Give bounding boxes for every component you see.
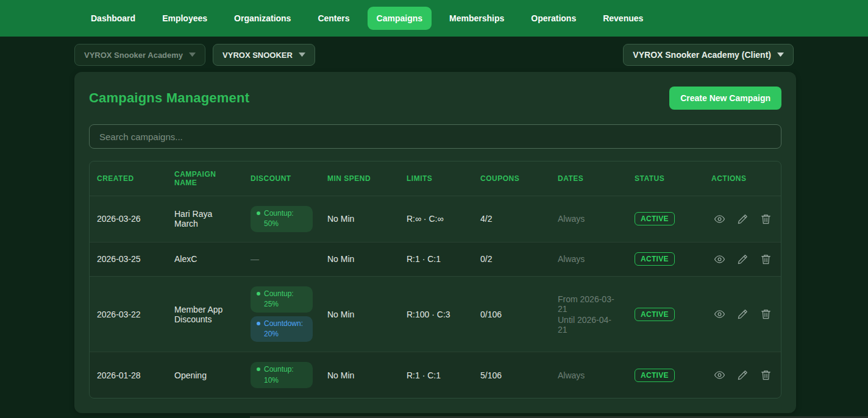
pencil-icon: [737, 308, 749, 320]
view-button[interactable]: [713, 212, 727, 226]
cell-status: ACTIVE: [627, 243, 704, 276]
cell-status: ACTIVE: [627, 277, 704, 352]
pencil-icon: [737, 213, 749, 225]
filter-left-group: VYROX Snooker Academy VYROX SNOOKER: [74, 44, 315, 66]
trash-icon: [760, 213, 772, 225]
cell-coupons: 0/2: [473, 243, 550, 276]
campaigns-card: Campaigns Management Create New Campaign…: [74, 72, 796, 413]
eye-icon: [714, 369, 725, 381]
column-header-dates: DATES: [550, 161, 627, 196]
cell-dates: Always: [550, 243, 627, 276]
top-navigation: DashboardEmployeesOrganizationsCentersCa…: [0, 0, 868, 37]
pencil-icon: [737, 369, 749, 381]
nav-item-organizations[interactable]: Organizations: [225, 7, 300, 30]
pencil-icon: [737, 253, 749, 265]
date-line: From 2026-03-21: [558, 294, 620, 314]
eye-icon: [714, 308, 725, 320]
discount-badge-countdown: Countdown: 20%: [251, 316, 313, 342]
trash-icon: [760, 253, 772, 265]
column-header-min-spend: MIN SPEND: [320, 161, 399, 196]
cell-campaign-name: Hari Raya March: [167, 196, 243, 242]
cell-dates: Always: [550, 196, 627, 242]
chevron-down-icon: [777, 52, 784, 57]
cell-discount: Countup: 50%: [243, 196, 320, 242]
nav-item-dashboard[interactable]: Dashboard: [82, 7, 144, 30]
campaigns-table: CREATEDCAMPAIGN NAMEDISCOUNTMIN SPENDLIM…: [89, 161, 781, 399]
status-badge: ACTIVE: [635, 252, 675, 266]
delete-button[interactable]: [759, 307, 773, 321]
chevron-down-icon: [189, 52, 196, 57]
discount-badge-countup: Countup: 50%: [251, 206, 313, 232]
cell-coupons: 5/106: [473, 352, 550, 398]
nav-item-revenues[interactable]: Revenues: [594, 7, 652, 30]
cell-coupons: 0/106: [473, 277, 550, 352]
cell-discount: Countup: 25%Countdown: 20%: [243, 277, 320, 352]
cell-dates: From 2026-03-21Until 2026-04-21: [550, 277, 627, 352]
edit-button[interactable]: [736, 368, 750, 382]
nav-item-campaigns[interactable]: Campaigns: [368, 7, 432, 30]
edit-button[interactable]: [736, 212, 750, 226]
cell-limits: R:100 · C:3: [399, 277, 473, 352]
dot-icon: [257, 292, 260, 296]
edit-button[interactable]: [736, 252, 750, 266]
view-button[interactable]: [713, 307, 727, 321]
table-header-row: CREATEDCAMPAIGN NAMEDISCOUNTMIN SPENDLIM…: [90, 161, 781, 196]
cell-min-spend: No Min: [320, 243, 399, 276]
page-title: Campaigns Management: [89, 90, 249, 106]
cell-campaign-name: Opening: [167, 352, 243, 398]
date-line: Always: [558, 254, 585, 264]
nav-item-employees[interactable]: Employees: [153, 7, 216, 30]
nav-item-memberships[interactable]: Memberships: [440, 7, 513, 30]
column-header-created: CREATED: [90, 161, 167, 196]
cell-status: ACTIVE: [627, 352, 704, 398]
cell-min-spend: No Min: [320, 277, 399, 352]
create-campaign-button[interactable]: Create New Campaign: [669, 87, 781, 110]
table-row: 2026-03-25 AlexC — No Min R:1 · C:1 0/2 …: [90, 242, 781, 276]
cell-actions: [704, 277, 781, 352]
organization-select[interactable]: VYROX Snooker Academy: [74, 44, 205, 66]
table-row: 2026-01-28 Opening Countup: 10% No Min R…: [90, 352, 781, 398]
column-header-coupons: COUPONS: [473, 161, 550, 196]
view-button[interactable]: [713, 368, 727, 382]
view-button[interactable]: [713, 252, 727, 266]
eye-icon: [714, 253, 725, 265]
cell-status: ACTIVE: [627, 196, 704, 242]
nav-item-operations[interactable]: Operations: [522, 7, 585, 30]
nav-item-centers[interactable]: Centers: [308, 7, 358, 30]
cell-actions: [704, 243, 781, 276]
filter-row: VYROX Snooker Academy VYROX SNOOKER VYRO…: [0, 44, 868, 66]
dot-icon: [257, 322, 260, 325]
no-discount-dash: —: [251, 254, 259, 264]
delete-button[interactable]: [759, 212, 773, 226]
cell-campaign-name: Member App Discounts: [167, 277, 243, 352]
brand-select[interactable]: VYROX SNOOKER: [213, 44, 315, 66]
delete-button[interactable]: [759, 368, 773, 382]
cell-discount: —: [243, 243, 320, 276]
column-header-status: STATUS: [627, 161, 704, 196]
table-row: 2026-03-26 Hari Raya March Countup: 50% …: [90, 196, 781, 242]
status-badge: ACTIVE: [635, 369, 675, 382]
cell-min-spend: No Min: [320, 352, 399, 398]
cell-limits: R:1 · C:1: [399, 352, 473, 398]
dot-icon: [257, 367, 260, 371]
cell-coupons: 4/2: [473, 196, 550, 242]
dot-icon: [257, 211, 260, 215]
eye-icon: [714, 213, 725, 225]
cell-campaign-name: AlexC: [167, 243, 243, 276]
edit-button[interactable]: [736, 307, 750, 321]
client-select-value: VYROX Snooker Academy (Client): [633, 50, 771, 60]
client-select[interactable]: VYROX Snooker Academy (Client): [623, 44, 794, 66]
status-badge: ACTIVE: [635, 308, 675, 321]
search-input[interactable]: [89, 124, 781, 149]
cell-discount: Countup: 10%: [243, 352, 320, 398]
cell-created: 2026-03-25: [90, 243, 167, 276]
delete-button[interactable]: [759, 252, 773, 266]
cell-limits: R:∞ · C:∞: [399, 196, 473, 242]
date-line: Always: [558, 214, 585, 224]
discount-badge-countup: Countup: 25%: [251, 286, 313, 313]
brand-select-value: VYROX SNOOKER: [222, 51, 293, 60]
date-line: Until 2026-04-21: [558, 315, 620, 335]
column-header-actions: ACTIONS: [704, 161, 781, 196]
trash-icon: [760, 308, 772, 320]
discount-badge-countup: Countup: 10%: [251, 362, 313, 388]
